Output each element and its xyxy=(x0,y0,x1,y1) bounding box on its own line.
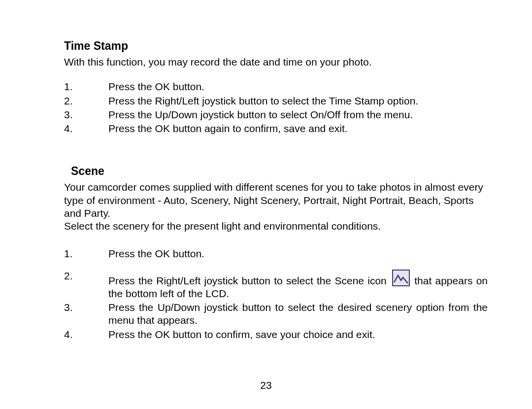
intro-scene-1: Your camcorder comes supplied with diffe… xyxy=(64,181,488,220)
list-item: 4. Press the OK button again to confirm,… xyxy=(64,122,488,135)
list-number: 4. xyxy=(64,328,108,341)
list-text: Press the Up/Down joystick button to sel… xyxy=(108,301,488,327)
steps-scene: 1. Press the OK button. 2. Press the Rig… xyxy=(64,247,488,341)
page-number: 23 xyxy=(0,379,532,391)
list-item: 4. Press the OK button to confirm, save … xyxy=(64,328,488,341)
manual-page: Time Stamp With this function, you may r… xyxy=(0,0,532,409)
step2-part1: Press the Right/Left joystick button to … xyxy=(108,275,387,286)
heading-scene: Scene xyxy=(71,165,488,178)
list-number: 2. xyxy=(64,270,108,301)
list-text: Press the OK button to confirm, save you… xyxy=(108,328,488,341)
list-number: 1. xyxy=(64,247,108,260)
list-number: 4. xyxy=(64,122,108,135)
list-number: 1. xyxy=(64,80,108,93)
list-item: 2. Press the Right/Left joystick button … xyxy=(64,95,488,107)
list-item: 3. Press the Up/Down joystick button to … xyxy=(64,301,488,327)
list-text: Press the OK button. xyxy=(108,247,488,260)
list-text: Press the OK button. xyxy=(108,80,488,93)
intro-time-stamp: With this function, you may record the d… xyxy=(64,56,488,68)
intro-scene-2: Select the scenery for the present light… xyxy=(64,220,488,233)
heading-time-stamp: Time Stamp xyxy=(64,39,488,53)
list-number: 3. xyxy=(64,301,108,327)
list-text: Press the Right/Left joystick button to … xyxy=(108,270,488,301)
list-number: 2. xyxy=(64,95,108,107)
list-item: 2. Press the Right/Left joystick button … xyxy=(64,270,488,301)
scene-icon xyxy=(392,270,410,286)
list-item: 1. Press the OK button. xyxy=(64,247,488,260)
list-item: 1. Press the OK button. xyxy=(64,80,488,93)
list-item: 3. Press the Up/Down joystick button to … xyxy=(64,108,488,121)
list-text: Press the OK button again to confirm, sa… xyxy=(108,122,488,135)
steps-time-stamp: 1. Press the OK button. 2. Press the Rig… xyxy=(64,80,488,135)
list-number: 3. xyxy=(64,108,108,121)
list-text: Press the Right/Left joystick button to … xyxy=(108,95,488,107)
list-text: Press the Up/Down joystick button to sel… xyxy=(108,108,488,121)
